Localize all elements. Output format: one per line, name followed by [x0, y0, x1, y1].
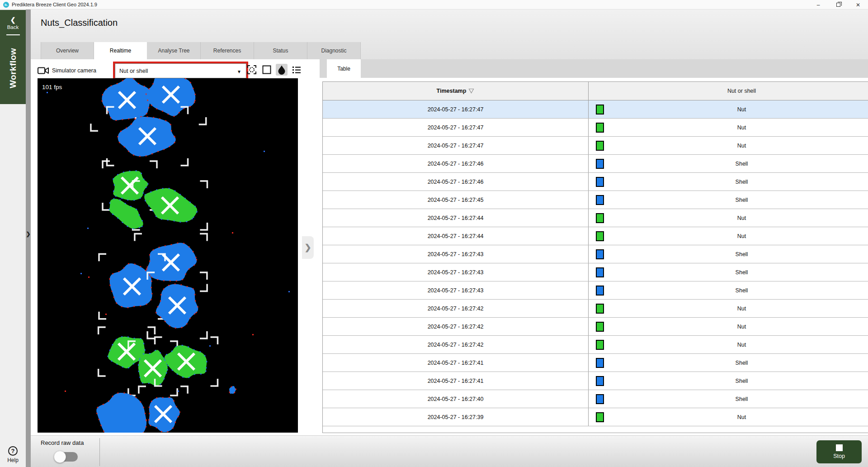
minimize-button[interactable]: – — [808, 0, 828, 10]
table-row[interactable]: 2024-05-27 - 16:27:46Shell — [323, 173, 868, 191]
noise-speck — [47, 92, 48, 93]
cell-class: Shell — [589, 263, 868, 281]
content-area: Simulator camera Nut or shell ▼ — [31, 59, 868, 435]
restore-button[interactable] — [828, 0, 848, 10]
stop-button[interactable]: Stop — [816, 440, 862, 463]
region-button[interactable] — [261, 64, 273, 76]
cell-class: Nut — [589, 137, 868, 154]
class-color-swatch — [596, 249, 604, 259]
cell-class: Nut — [589, 209, 868, 227]
stop-icon — [836, 444, 843, 451]
class-label: Shell — [736, 251, 748, 257]
list-view-button[interactable] — [291, 64, 302, 76]
cell-class: Nut — [589, 318, 868, 335]
class-label: Nut — [737, 124, 746, 131]
cell-timestamp: 2024-05-27 - 16:27:41 — [323, 372, 589, 390]
model-dropdown-value: Nut or shell — [119, 68, 148, 74]
class-label: Nut — [737, 414, 746, 420]
titlebar: b. Prediktera Breeze Client Geo 2024.1.9… — [0, 0, 868, 10]
table-row[interactable]: 2024-05-27 - 16:27:39Nut — [323, 408, 868, 426]
footer-bar: Record raw data Stop — [31, 435, 868, 467]
cell-timestamp: 2024-05-27 - 16:27:47 — [323, 137, 589, 154]
tab-analyse-tree[interactable]: Analyse Tree — [147, 42, 201, 59]
table-row[interactable]: 2024-05-27 - 16:27:43Shell — [323, 281, 868, 300]
cell-class: Shell — [589, 155, 868, 172]
table-row[interactable]: 2024-05-27 - 16:27:44Nut — [323, 227, 868, 245]
cell-class: Shell — [589, 245, 868, 263]
record-raw-data-toggle[interactable] — [55, 452, 78, 462]
tab-overview[interactable]: Overview — [41, 42, 94, 59]
table-row[interactable]: 2024-05-27 - 16:27:44Nut — [323, 209, 868, 227]
class-label: Shell — [736, 396, 748, 402]
table-row[interactable]: 2024-05-27 - 16:27:43Shell — [323, 263, 868, 281]
class-color-swatch — [596, 195, 604, 205]
table-row[interactable]: 2024-05-27 - 16:27:46Shell — [323, 155, 868, 173]
back-button[interactable]: Back — [7, 24, 19, 30]
help-button[interactable]: ? Help — [0, 446, 26, 463]
cell-timestamp: 2024-05-27 - 16:27:46 — [323, 173, 589, 191]
table-row[interactable]: 2024-05-27 - 16:27:45Shell — [323, 191, 868, 209]
camera-view: 101 fps — [38, 78, 298, 433]
workflow-tab[interactable]: Workflow — [8, 41, 18, 95]
collapse-camera-panel-button[interactable]: ❯ — [302, 236, 314, 259]
tab-diagnostic[interactable]: Diagnostic — [307, 42, 361, 59]
table-row[interactable]: 2024-05-27 - 16:27:47Nut — [323, 119, 868, 137]
cell-class: Shell — [589, 173, 868, 191]
fps-label: 101 fps — [42, 84, 62, 91]
threshold-button[interactable] — [276, 64, 288, 76]
table-row[interactable]: 2024-05-27 - 16:27:42Nut — [323, 300, 868, 318]
page-header: Nuts_Classification OverviewRealtimeAnal… — [31, 10, 868, 59]
back-chevron-icon[interactable]: ❮ — [10, 16, 16, 24]
cell-timestamp: 2024-05-27 - 16:27:41 — [323, 354, 589, 372]
class-label: Shell — [736, 378, 748, 384]
stop-label: Stop — [833, 453, 845, 459]
table-body: 2024-05-27 - 16:27:47Nut2024-05-27 - 16:… — [323, 100, 868, 426]
cell-class: Nut — [589, 300, 868, 317]
table-header: Timestamp Nut or shell — [323, 82, 868, 100]
class-color-swatch — [596, 340, 604, 350]
class-color-swatch — [596, 177, 604, 187]
close-button[interactable]: ✕ — [848, 0, 868, 10]
table-row[interactable]: 2024-05-27 - 16:27:47Nut — [323, 137, 868, 155]
class-color-swatch — [596, 304, 604, 314]
cell-class: Nut — [589, 227, 868, 245]
cell-timestamp: 2024-05-27 - 16:27:47 — [323, 100, 589, 118]
workflow-panel: ❮ Back Workflow — [0, 10, 26, 104]
cell-class: Shell — [589, 390, 868, 408]
focus-target-icon — [246, 64, 257, 75]
table-row[interactable]: 2024-05-27 - 16:27:40Shell — [323, 390, 868, 408]
tab-status[interactable]: Status — [254, 42, 307, 59]
tab-table[interactable]: Table — [327, 59, 361, 78]
table-row[interactable]: 2024-05-27 - 16:27:42Nut — [323, 318, 868, 336]
tab-realtime[interactable]: Realtime — [94, 42, 147, 59]
table-row[interactable]: 2024-05-27 - 16:27:42Nut — [323, 336, 868, 354]
table-row[interactable]: 2024-05-27 - 16:27:41Shell — [323, 354, 868, 372]
droplet-icon — [277, 65, 286, 75]
dropdown-arrow-icon: ▼ — [237, 69, 241, 74]
class-label: Shell — [736, 287, 748, 294]
column-header-timestamp[interactable]: Timestamp — [323, 82, 589, 100]
column-header-class[interactable]: Nut or shell — [589, 82, 868, 100]
detection-canvas — [38, 78, 298, 433]
tab-references[interactable]: References — [201, 42, 254, 59]
cell-class: Shell — [589, 191, 868, 209]
panel-collapse-strip[interactable]: ❯ — [26, 10, 31, 467]
noise-speck — [252, 334, 254, 335]
toggle-knob[interactable] — [54, 451, 66, 463]
expand-left-panel-icon[interactable]: ❯ — [26, 231, 31, 237]
cell-timestamp: 2024-05-27 - 16:27:42 — [323, 336, 589, 353]
table-row[interactable]: 2024-05-27 - 16:27:47Nut — [323, 100, 868, 119]
noise-speck — [105, 314, 107, 315]
annotation-highlight-box: Nut or shell ▼ — [113, 62, 248, 80]
class-label: Nut — [737, 215, 746, 221]
results-table: Timestamp Nut or shell 2024-05-27 - 16:2… — [322, 81, 868, 433]
noise-speck — [146, 268, 147, 270]
shell-blob — [95, 391, 148, 433]
sort-indicator-icon — [468, 88, 474, 94]
cell-timestamp: 2024-05-27 - 16:27:39 — [323, 408, 589, 426]
table-row[interactable]: 2024-05-27 - 16:27:41Shell — [323, 372, 868, 390]
table-row[interactable]: 2024-05-27 - 16:27:43Shell — [323, 245, 868, 263]
auto-focus-button[interactable] — [246, 64, 258, 76]
model-dropdown[interactable]: Nut or shell ▼ — [115, 63, 246, 78]
class-color-swatch — [596, 213, 604, 223]
